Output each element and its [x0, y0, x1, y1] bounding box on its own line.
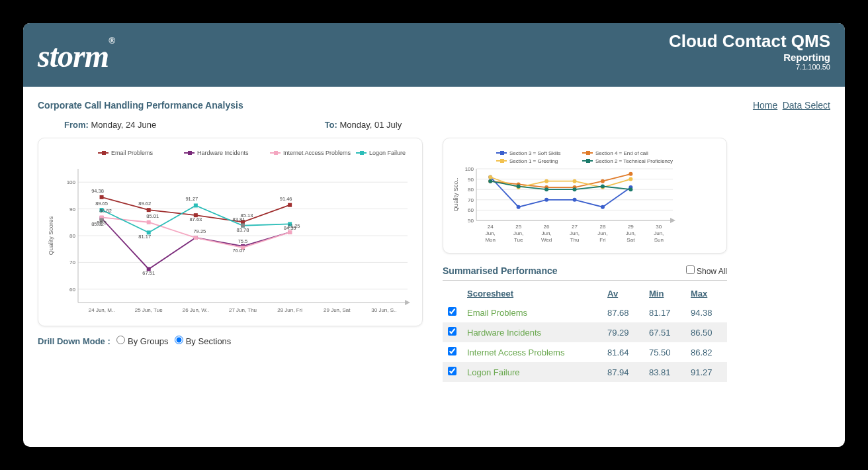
min-value: 67.51 [644, 322, 685, 342]
svg-text:85.01: 85.01 [146, 213, 159, 219]
svg-text:60: 60 [69, 287, 75, 293]
svg-text:Jun,: Jun, [542, 230, 552, 236]
av-value: 87.68 [602, 303, 644, 322]
svg-text:91.27: 91.27 [185, 196, 198, 202]
svg-text:Internet Access Problems: Internet Access Problems [283, 150, 351, 156]
svg-rect-44 [147, 220, 151, 224]
scoresheet-name: Hardware Incidents [462, 322, 602, 342]
date-range: From: Monday, 24 June To: Monday, 01 Jul… [64, 120, 830, 130]
summary-table: Scoresheet Av Min Max Email Problems 87.… [443, 285, 727, 382]
svg-text:94.38: 94.38 [91, 188, 104, 194]
svg-point-141 [629, 177, 632, 181]
min-value: 75.50 [644, 342, 685, 362]
min-value: 83.81 [644, 362, 685, 382]
col-max[interactable]: Max [685, 285, 727, 303]
svg-text:Mon: Mon [485, 237, 496, 243]
min-value: 81.17 [644, 303, 685, 322]
main-chart-card: Email ProblemsHardware IncidentsInternet… [38, 138, 423, 326]
svg-text:86.82: 86.82 [99, 208, 112, 214]
svg-text:70: 70 [468, 197, 474, 203]
svg-text:24 Jun, M..: 24 Jun, M.. [89, 307, 115, 313]
svg-rect-76 [500, 151, 504, 155]
scoresheet-name: Internet Access Problems [462, 342, 602, 362]
row-checkbox[interactable] [448, 347, 456, 355]
svg-point-139 [573, 179, 577, 183]
svg-text:87.63: 87.63 [189, 216, 202, 222]
link-home[interactable]: Home [753, 100, 777, 111]
app-window: storm® Cloud Contact QMS Reporting 7.1.1… [23, 23, 845, 447]
svg-text:79.25: 79.25 [193, 228, 206, 234]
svg-point-127 [573, 198, 577, 202]
svg-text:Sat: Sat [627, 237, 635, 243]
col-scoresheet[interactable]: Scoresheet [462, 285, 602, 303]
table-row[interactable]: Internet Access Problems 81.64 75.50 86.… [443, 342, 727, 362]
svg-text:27 Jun, Thu: 27 Jun, Thu [229, 307, 257, 313]
svg-text:Email Problems: Email Problems [111, 150, 153, 156]
svg-text:80: 80 [69, 233, 75, 239]
svg-text:26: 26 [544, 224, 550, 230]
table-row[interactable]: Email Problems 87.68 81.17 94.38 [443, 303, 727, 322]
svg-rect-45 [194, 236, 198, 240]
svg-text:Jun,: Jun, [597, 230, 607, 236]
table-row[interactable]: Hardware Incidents 79.29 67.51 86.50 [443, 322, 727, 342]
app-version: 7.1.100.50 [669, 63, 830, 71]
max-value: 94.38 [685, 303, 727, 322]
svg-text:76.07: 76.07 [233, 248, 245, 254]
svg-text:60: 60 [468, 207, 474, 213]
app-subtitle: Reporting [669, 52, 830, 63]
col-av[interactable]: Av [602, 285, 644, 303]
svg-rect-79 [586, 151, 590, 155]
svg-text:67.51: 67.51 [142, 270, 155, 276]
from-date: Monday, 24 June [91, 120, 156, 130]
svg-text:Jun,: Jun, [570, 230, 580, 236]
svg-text:Logon Failure: Logon Failure [369, 150, 406, 156]
svg-text:27: 27 [572, 224, 578, 230]
page-title: Corporate Call Handling Performance Anal… [38, 100, 243, 111]
link-data-select[interactable]: Data Select [783, 100, 830, 111]
svg-text:24: 24 [488, 224, 494, 230]
row-checkbox[interactable] [448, 367, 456, 375]
summary-title: Summarised Performance [443, 265, 558, 276]
svg-text:85.13: 85.13 [241, 212, 253, 218]
svg-marker-24 [405, 300, 410, 305]
svg-rect-50 [194, 203, 198, 207]
quality-scores-chart: Email ProblemsHardware IncidentsInternet… [45, 145, 415, 317]
svg-text:85.82: 85.82 [91, 221, 104, 227]
svg-text:80: 80 [468, 187, 474, 193]
av-value: 87.94 [602, 362, 644, 382]
svg-text:89.62: 89.62 [138, 201, 151, 207]
svg-text:29: 29 [628, 224, 634, 230]
svg-text:26 Jun, W..: 26 Jun, W.. [183, 307, 209, 313]
row-checkbox[interactable] [448, 307, 456, 316]
sections-chart: Section 3 = Soft SkillsSection 4 = End o… [450, 145, 678, 244]
svg-text:Hardware Incidents: Hardware Incidents [197, 150, 249, 156]
sections-chart-card: Section 3 = Soft SkillsSection 4 = End o… [443, 138, 727, 254]
max-value: 86.82 [685, 342, 727, 362]
av-value: 81.64 [602, 342, 644, 362]
svg-text:89.65: 89.65 [95, 201, 108, 207]
show-all-checkbox[interactable] [686, 265, 695, 274]
svg-text:Section 4 = End of call: Section 4 = End of call [595, 150, 648, 156]
svg-text:100: 100 [67, 179, 76, 185]
svg-rect-7 [274, 151, 278, 155]
svg-point-138 [544, 179, 548, 183]
svg-text:50: 50 [468, 218, 474, 224]
radio-by-sections[interactable] [175, 336, 183, 344]
col-min[interactable]: Min [644, 285, 685, 303]
svg-text:90: 90 [69, 207, 75, 212]
svg-text:90: 90 [468, 177, 474, 183]
svg-marker-101 [670, 218, 675, 223]
svg-point-135 [629, 172, 632, 176]
svg-rect-4 [188, 151, 192, 155]
table-row[interactable]: Logon Failure 87.94 83.81 91.27 [443, 362, 727, 382]
svg-point-143 [517, 185, 521, 189]
svg-point-142 [488, 179, 492, 183]
svg-text:Quality Sco..: Quality Sco.. [453, 177, 459, 211]
row-checkbox[interactable] [448, 327, 456, 336]
svg-rect-37 [288, 203, 292, 207]
svg-rect-82 [500, 159, 504, 163]
svg-text:Section 2 = Technical Proficie: Section 2 = Technical Proficiency [595, 158, 673, 164]
svg-point-128 [601, 205, 605, 209]
radio-by-groups[interactable] [116, 336, 125, 344]
from-label: From: [64, 120, 89, 130]
